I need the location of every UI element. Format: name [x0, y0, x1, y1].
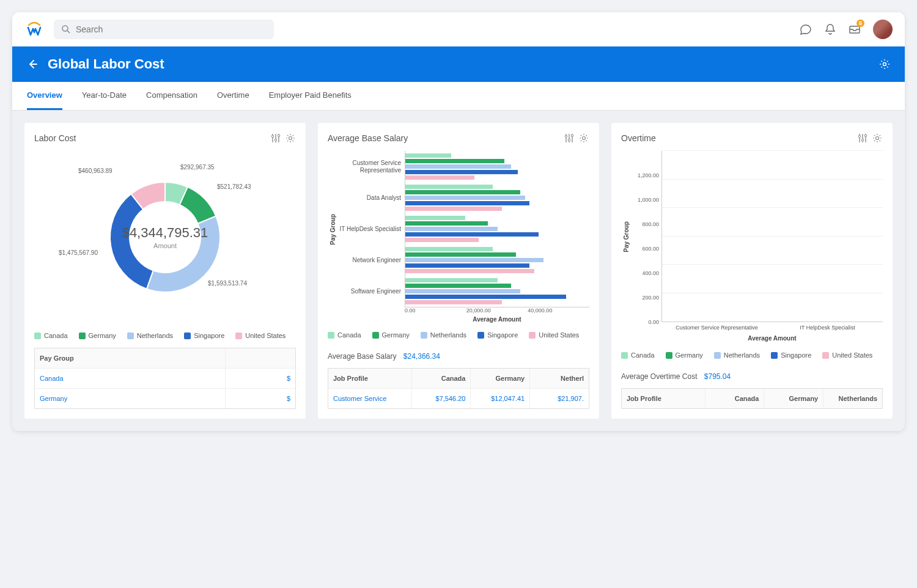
search-box[interactable]	[54, 20, 274, 39]
sliders-icon[interactable]	[857, 133, 868, 144]
gear-icon[interactable]	[578, 133, 589, 144]
svg-point-4	[271, 135, 274, 138]
legend-item[interactable]: United States	[235, 332, 285, 339]
card-overtime: Overtime Pay Group 0.00200.00400.00600.0…	[611, 123, 893, 419]
slice-label: $1,593,513.74	[208, 280, 247, 287]
legend-item[interactable]: Netherlands	[421, 331, 466, 339]
legend: CanadaGermanyNetherlandsSingaporeUnited …	[34, 332, 296, 339]
tab-compensation[interactable]: Compensation	[146, 82, 197, 110]
svg-point-3	[883, 63, 886, 66]
svg-point-0	[62, 26, 68, 31]
svg-point-15	[876, 137, 879, 140]
legend-item[interactable]: Singapore	[184, 332, 224, 339]
category-label: Data Analyst	[337, 182, 405, 213]
svg-point-11	[583, 137, 586, 140]
x-axis-label: Average Amount	[661, 335, 883, 342]
table-header	[226, 348, 295, 368]
svg-point-8	[565, 135, 567, 138]
page-header: Global Labor Cost	[12, 46, 905, 82]
slice-label: $292,967.35	[180, 164, 215, 171]
tab-employer-paid-benefits[interactable]: Employer Paid Benefits	[269, 82, 352, 110]
summary-line: Average Base Salary $24,366.34	[328, 352, 589, 361]
card-title: Labor Cost	[34, 133, 270, 143]
card-avg-salary: Average Base Salary Pay Group Customer S…	[318, 123, 599, 419]
svg-point-13	[861, 139, 864, 141]
category-label: Software Engineer	[337, 276, 405, 307]
category-label: IT HelpDesk Specialist	[772, 322, 883, 334]
category-label: Customer Service Representative	[337, 151, 405, 182]
legend-item[interactable]: Germany	[79, 332, 116, 339]
card-title: Average Base Salary	[328, 133, 564, 143]
gear-icon[interactable]	[872, 133, 883, 144]
svg-point-10	[571, 134, 573, 137]
sliders-icon[interactable]	[564, 133, 575, 144]
card-title: Overtime	[621, 133, 857, 143]
workday-logo[interactable]	[24, 20, 44, 39]
y-axis-label: Pay Group	[623, 221, 630, 252]
labor-cost-table: Pay Group Canada $ Germany $	[34, 348, 296, 409]
legend-item[interactable]: Canada	[328, 331, 361, 339]
svg-point-5	[274, 139, 277, 141]
legend-item[interactable]: United States	[529, 331, 579, 339]
overtime-table: Job Profile Canada Germany Netherlands	[621, 388, 883, 409]
category-label: Customer Service Representative	[661, 322, 772, 334]
legend-item[interactable]: United States	[822, 351, 872, 359]
legend-item[interactable]: Netherlands	[714, 351, 760, 359]
table-row[interactable]: Germany $	[35, 389, 295, 408]
svg-point-7	[289, 137, 292, 140]
chat-icon[interactable]	[800, 23, 812, 35]
legend: CanadaGermanyNetherlandsSingaporeUnited …	[328, 331, 589, 339]
legend-item[interactable]: Singapore	[477, 331, 518, 339]
tab-year-to-date[interactable]: Year-to-Date	[82, 82, 127, 110]
gear-icon[interactable]	[285, 133, 296, 144]
legend-item[interactable]: Canada	[621, 351, 655, 359]
topbar: 5	[12, 12, 905, 46]
avatar[interactable]	[873, 20, 893, 39]
legend-item[interactable]: Singapore	[771, 351, 811, 359]
summary-line: Average Overtime Cost $795.04	[621, 372, 883, 381]
legend-item[interactable]: Netherlands	[127, 332, 173, 339]
search-icon	[61, 24, 71, 34]
legend: CanadaGermanyNetherlandsSingaporeUnited …	[621, 351, 883, 359]
donut-sublabel: Amount	[122, 242, 208, 249]
tabs: Overview Year-to-Date Compensation Overt…	[12, 82, 905, 111]
y-axis-label: Pay Group	[330, 214, 336, 245]
tab-overview[interactable]: Overview	[27, 82, 62, 110]
bell-icon[interactable]	[824, 23, 836, 35]
back-arrow-icon[interactable]	[27, 59, 38, 70]
donut-total: $4,344,795.31	[122, 225, 208, 241]
slice-label: $521,782.43	[217, 183, 251, 190]
inbox-badge: 5	[856, 20, 864, 27]
avg-salary-table: Job Profile Canada Germany Netherl Custo…	[328, 368, 589, 409]
category-label: Network Engineer	[337, 245, 405, 276]
page-title: Global Labor Cost	[48, 56, 869, 72]
svg-point-9	[568, 139, 570, 141]
tab-overtime[interactable]: Overtime	[217, 82, 249, 110]
legend-item[interactable]: Canada	[34, 332, 68, 339]
svg-point-6	[278, 134, 280, 137]
table-row[interactable]: Canada $	[35, 369, 295, 389]
table-header: Pay Group	[35, 348, 226, 368]
slice-label: $1,475,567.90	[59, 249, 98, 256]
category-label: IT HelpDesk Specialist	[337, 213, 405, 244]
legend-item[interactable]: Germany	[666, 351, 703, 359]
svg-point-12	[858, 135, 861, 138]
slice-label: $460,963.89	[78, 167, 112, 174]
sliders-icon[interactable]	[270, 133, 281, 144]
legend-item[interactable]: Germany	[372, 331, 410, 339]
gear-icon[interactable]	[879, 59, 890, 70]
card-labor-cost: Labor Cost $4,344,795.31 Amount $292,967…	[24, 123, 306, 419]
table-row[interactable]: Customer Service $7,546.20 $12,047.41 $2…	[328, 389, 589, 408]
search-input[interactable]	[76, 24, 267, 34]
labor-cost-donut: $4,344,795.31 Amount $292,967.35 $521,78…	[86, 158, 245, 317]
svg-point-14	[864, 134, 867, 137]
inbox-icon[interactable]: 5	[849, 23, 861, 35]
x-axis-label: Average Amount	[405, 316, 589, 323]
svg-line-1	[67, 31, 70, 33]
